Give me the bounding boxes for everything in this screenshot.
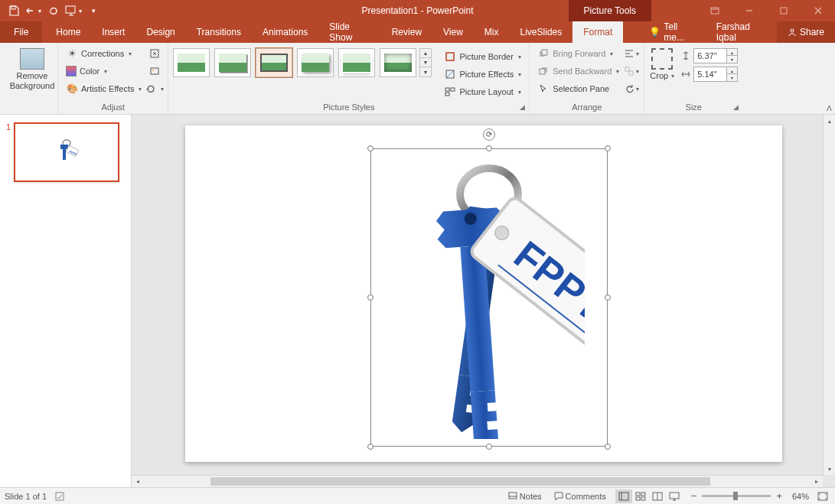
- crop-button[interactable]: Crop▾: [649, 48, 675, 80]
- slide-thumbnail-panel: 1 FPPT: [0, 115, 132, 487]
- resize-handle-t[interactable]: [486, 145, 492, 151]
- normal-view-icon[interactable]: [615, 489, 632, 503]
- ribbon: Remove Background ☀Corrections▾ Color▾ 🎨…: [0, 43, 835, 115]
- height-spinner[interactable]: 6.37"▴▾: [680, 48, 738, 63]
- height-down-icon[interactable]: ▾: [727, 56, 737, 63]
- picture-effects-button[interactable]: Picture Effects▾: [441, 66, 524, 83]
- style-item-1[interactable]: [173, 48, 210, 77]
- user-account[interactable]: Farshad Iqbal: [706, 21, 777, 43]
- slide-canvas[interactable]: ⟳: [185, 125, 782, 462]
- collapse-ribbon-icon[interactable]: ᐱ: [827, 104, 832, 112]
- ribbon-display-icon[interactable]: [697, 0, 732, 21]
- tab-mix[interactable]: Mix: [474, 21, 510, 43]
- fit-to-window-icon[interactable]: [815, 492, 830, 501]
- gallery-up-icon[interactable]: ▴: [420, 49, 431, 58]
- tab-animations[interactable]: Animations: [252, 21, 318, 43]
- gallery-more-icon[interactable]: ▾: [420, 67, 431, 76]
- size-launcher-icon[interactable]: ◢: [730, 102, 741, 112]
- gallery-down-icon[interactable]: ▾: [420, 58, 431, 67]
- width-up-icon[interactable]: ▴: [727, 67, 737, 74]
- resize-handle-bl[interactable]: [367, 444, 373, 450]
- slideshow-view-icon[interactable]: [666, 489, 683, 503]
- picture-styles-launcher-icon[interactable]: ◢: [517, 102, 527, 112]
- resize-handle-br[interactable]: [605, 444, 611, 450]
- scroll-up-icon[interactable]: ▴: [824, 115, 835, 127]
- tab-slideshow[interactable]: Slide Show: [318, 21, 380, 43]
- corrections-button[interactable]: ☀Corrections▾: [63, 45, 145, 62]
- align-button[interactable]: ▾: [624, 45, 639, 62]
- resize-handle-tr[interactable]: [605, 145, 611, 151]
- compress-pictures-button[interactable]: [146, 45, 163, 62]
- share-button[interactable]: Share: [777, 21, 835, 43]
- sorter-view-icon[interactable]: [632, 489, 649, 503]
- zoom-out-icon[interactable]: −: [689, 490, 700, 502]
- tab-home[interactable]: Home: [45, 21, 91, 43]
- tab-transitions[interactable]: Transitions: [186, 21, 252, 43]
- width-value[interactable]: 5.14": [694, 70, 726, 79]
- scroll-right-icon[interactable]: ▸: [811, 476, 823, 487]
- zoom-slider-track[interactable]: [702, 495, 771, 497]
- tell-me-search[interactable]: 💡Tell me...: [638, 21, 706, 43]
- reading-view-icon[interactable]: [649, 489, 666, 503]
- tab-file[interactable]: File: [0, 21, 42, 43]
- color-button[interactable]: Color▾: [63, 63, 145, 80]
- height-value[interactable]: 6.37": [694, 51, 726, 60]
- vertical-scrollbar[interactable]: ▴ ▾: [823, 115, 835, 475]
- scroll-down-icon[interactable]: ▾: [824, 463, 835, 475]
- tab-format[interactable]: Format: [572, 21, 623, 43]
- width-down-icon[interactable]: ▾: [727, 74, 737, 81]
- resize-handle-l[interactable]: [367, 294, 373, 301]
- picture-layout-button[interactable]: Picture Layout▾: [441, 83, 524, 100]
- qat-customize-icon[interactable]: ▾: [84, 2, 103, 20]
- reset-icon: [145, 83, 156, 95]
- scroll-left-icon[interactable]: ◂: [132, 476, 144, 487]
- resize-handle-b[interactable]: [486, 444, 492, 450]
- slide-indicator[interactable]: Slide 1 of 1: [5, 492, 47, 501]
- style-item-4[interactable]: [297, 48, 334, 77]
- tab-liveslides[interactable]: LiveSlides: [510, 21, 573, 43]
- close-icon[interactable]: [801, 0, 835, 21]
- style-item-6[interactable]: [380, 48, 416, 77]
- scroll-h-track[interactable]: [144, 476, 811, 487]
- resize-handle-tl[interactable]: [367, 145, 373, 151]
- selection-pane-button[interactable]: Selection Pane: [534, 80, 622, 97]
- tab-view[interactable]: View: [432, 21, 474, 43]
- width-spinner[interactable]: 5.14"▴▾: [680, 67, 738, 82]
- zoom-slider-thumb[interactable]: [733, 492, 738, 500]
- zoom-level[interactable]: 64%: [792, 492, 809, 501]
- comments-button[interactable]: Comments: [551, 492, 609, 501]
- svg-rect-16: [540, 69, 545, 74]
- rotate-handle-icon[interactable]: ⟳: [483, 128, 495, 141]
- style-item-3[interactable]: [256, 48, 292, 77]
- svg-rect-32: [619, 493, 628, 500]
- maximize-icon[interactable]: [766, 0, 801, 21]
- spellcheck-icon[interactable]: [54, 491, 65, 502]
- reset-picture-button[interactable]: ▾: [146, 80, 163, 97]
- resize-handle-r[interactable]: [605, 294, 611, 301]
- minimize-icon[interactable]: [732, 0, 766, 21]
- zoom-in-icon[interactable]: +: [774, 490, 784, 502]
- horizontal-scrollbar[interactable]: ◂ ▸: [132, 475, 823, 487]
- tab-review[interactable]: Review: [381, 21, 432, 43]
- slide-thumbnail-1[interactable]: FPPT: [14, 122, 119, 182]
- notes-button[interactable]: Notes: [505, 492, 545, 501]
- redo-icon[interactable]: [44, 2, 63, 20]
- artistic-effects-button[interactable]: 🎨Artistic Effects▾: [63, 80, 145, 97]
- send-backward-button[interactable]: Send Backward▾: [534, 63, 622, 80]
- tab-insert[interactable]: Insert: [91, 21, 135, 43]
- height-up-icon[interactable]: ▴: [727, 49, 737, 56]
- picture-border-button[interactable]: Picture Border▾: [441, 48, 524, 65]
- style-item-2[interactable]: [214, 48, 251, 77]
- rotate-button[interactable]: ▾: [624, 80, 639, 97]
- remove-background-button[interactable]: Remove Background: [5, 45, 60, 91]
- style-item-5[interactable]: [338, 48, 375, 77]
- start-from-beginning-icon[interactable]: ▾: [64, 2, 83, 20]
- change-picture-button[interactable]: [146, 63, 163, 80]
- group-button[interactable]: ▾: [624, 63, 639, 80]
- picture-selection[interactable]: ⟳: [370, 148, 608, 447]
- save-icon[interactable]: [5, 2, 23, 20]
- undo-icon[interactable]: ▾: [24, 2, 43, 20]
- tab-design[interactable]: Design: [135, 21, 185, 43]
- bring-forward-button[interactable]: Bring Forward▾: [534, 45, 622, 62]
- scroll-h-thumb[interactable]: [210, 477, 710, 486]
